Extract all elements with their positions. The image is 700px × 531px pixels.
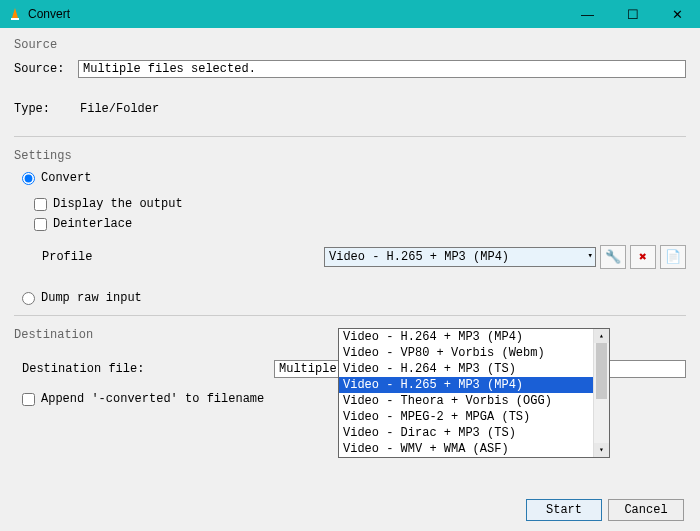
dropdown-scrollbar[interactable]: ▴ ▾ [593, 329, 609, 457]
convert-radio-row: Convert [22, 171, 686, 185]
chevron-down-icon: ▾ [588, 250, 593, 261]
start-button[interactable]: Start [526, 499, 602, 521]
scroll-thumb[interactable] [596, 343, 607, 399]
minimize-button[interactable]: — [565, 0, 610, 28]
close-button[interactable]: ✕ [655, 0, 700, 28]
type-label: Type: [14, 102, 72, 116]
append-converted-checkbox[interactable] [22, 393, 35, 406]
list-item[interactable]: Video - H.264 + MP3 (TS) [339, 361, 593, 377]
scroll-up-icon: ▴ [594, 329, 609, 343]
deinterlace-label: Deinterlace [53, 217, 132, 231]
list-item[interactable]: Video - VP80 + Vorbis (Webm) [339, 345, 593, 361]
profile-combobox[interactable]: Video - H.265 + MP3 (MP4) ▾ [324, 247, 596, 267]
new-profile-button[interactable]: 📄 [660, 245, 686, 269]
svg-rect-1 [11, 18, 19, 20]
list-item[interactable]: Video - WMV + WMA (ASF) [339, 441, 593, 457]
edit-profile-button[interactable]: 🔧 [600, 245, 626, 269]
list-item[interactable]: Video - Theora + Vorbis (OGG) [339, 393, 593, 409]
dump-raw-row: Dump raw input [22, 291, 686, 305]
window-title: Convert [28, 7, 565, 21]
vlc-logo-icon [8, 7, 22, 21]
list-item[interactable]: Video - H.265 + MP3 (MP4) [339, 377, 593, 393]
destination-file-label: Destination file: [14, 362, 274, 376]
profile-selected-text: Video - H.265 + MP3 (MP4) [329, 250, 509, 264]
deinterlace-checkbox[interactable] [34, 218, 47, 231]
convert-radio-label: Convert [41, 171, 91, 185]
profile-row: Profile Video - H.265 + MP3 (MP4) ▾ 🔧 ✖ … [42, 245, 686, 269]
dialog-content: Source Source: Type: File/Folder Setting… [0, 28, 700, 531]
source-section-label: Source [14, 38, 686, 52]
maximize-button[interactable]: ☐ [610, 0, 655, 28]
type-value: File/Folder [80, 102, 159, 116]
new-file-icon: 📄 [665, 249, 681, 265]
wrench-icon: 🔧 [605, 249, 621, 265]
profile-dropdown-list: Video - H.264 + MP3 (MP4) Video - VP80 +… [338, 328, 610, 458]
source-input[interactable] [78, 60, 686, 78]
divider-1 [14, 136, 686, 137]
delete-profile-button[interactable]: ✖ [630, 245, 656, 269]
list-item[interactable]: Video - H.264 + MP3 (MP4) [339, 329, 593, 345]
divider-2 [14, 315, 686, 316]
scroll-down-icon: ▾ [594, 443, 609, 457]
source-row: Source: [14, 60, 686, 78]
source-label: Source: [14, 62, 72, 76]
dropdown-items: Video - H.264 + MP3 (MP4) Video - VP80 +… [339, 329, 593, 457]
footer-buttons: Start Cancel [526, 499, 684, 521]
display-output-row: Display the output [34, 197, 686, 211]
display-output-label: Display the output [53, 197, 183, 211]
cancel-button[interactable]: Cancel [608, 499, 684, 521]
type-row: Type: File/Folder [14, 102, 686, 116]
convert-radio[interactable] [22, 172, 35, 185]
x-icon: ✖ [639, 249, 647, 265]
append-converted-label: Append '-converted' to filename [41, 392, 264, 406]
dump-raw-label: Dump raw input [41, 291, 142, 305]
titlebar: Convert — ☐ ✕ [0, 0, 700, 28]
display-output-checkbox[interactable] [34, 198, 47, 211]
profile-label: Profile [42, 250, 324, 264]
svg-marker-0 [12, 8, 18, 18]
settings-section-label: Settings [14, 149, 686, 163]
list-item[interactable]: Video - Dirac + MP3 (TS) [339, 425, 593, 441]
dump-raw-radio[interactable] [22, 292, 35, 305]
deinterlace-row: Deinterlace [34, 217, 686, 231]
list-item[interactable]: Video - MPEG-2 + MPGA (TS) [339, 409, 593, 425]
